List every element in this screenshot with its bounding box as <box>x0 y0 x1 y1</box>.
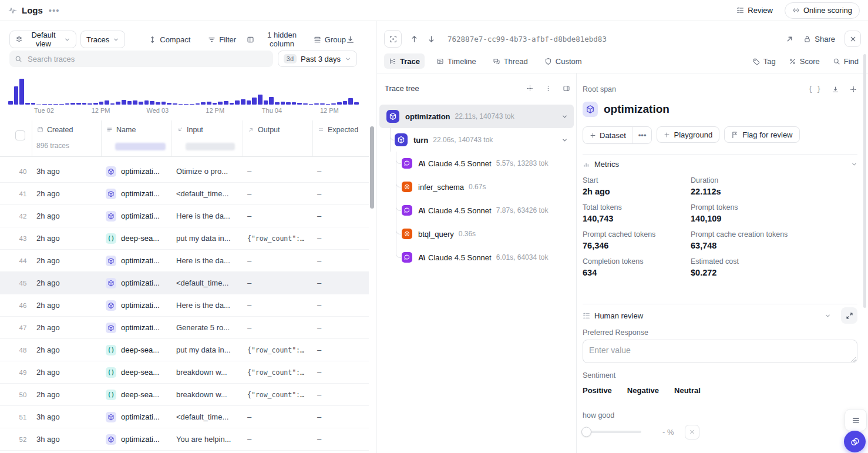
column-header-created[interactable]: Created <box>32 120 101 156</box>
filter-button[interactable]: Filter <box>208 35 236 44</box>
histogram-bar[interactable] <box>303 103 308 105</box>
table-row[interactable]: 472h agooptimizati...Generate 5 ro...–– <box>0 317 369 339</box>
histogram-bar[interactable] <box>348 98 353 105</box>
histogram-bar[interactable] <box>133 100 137 105</box>
traces-selector[interactable]: Traces <box>80 31 125 48</box>
preferred-response-input[interactable] <box>583 340 857 363</box>
histogram-bar[interactable] <box>88 103 92 105</box>
histogram-bar[interactable] <box>8 101 13 105</box>
select-all-checkbox[interactable] <box>15 130 25 140</box>
add-to-dataset-button[interactable]: Dataset <box>583 127 633 143</box>
slider-thumb[interactable] <box>581 427 591 437</box>
histogram-bar[interactable] <box>201 102 206 105</box>
review-button[interactable]: Review <box>733 5 776 15</box>
view-json-icon[interactable]: { } <box>808 85 821 93</box>
compact-toggle[interactable]: Compact <box>149 35 190 44</box>
histogram-bar[interactable] <box>314 103 319 105</box>
expand-review-button[interactable] <box>841 307 857 324</box>
share-button[interactable]: Share <box>803 35 835 43</box>
close-panel-button[interactable] <box>845 31 861 47</box>
sentiment-neutral-button[interactable]: Neutral <box>674 386 701 395</box>
histogram-bar[interactable] <box>93 103 98 105</box>
download-icon[interactable] <box>832 86 839 93</box>
histogram-bar[interactable] <box>70 103 75 105</box>
histogram-bar[interactable] <box>167 103 171 105</box>
trace-tree-node[interactable]: A\Claude 4.5 Sonnet6.01s, 64034 tok <box>377 246 576 269</box>
histogram-bar[interactable] <box>110 103 115 105</box>
histogram-bar[interactable] <box>337 102 342 105</box>
tab-thread[interactable]: Thread <box>488 53 533 69</box>
histogram-bar[interactable] <box>25 103 30 105</box>
histogram-bar[interactable] <box>122 100 126 105</box>
open-in-new-icon[interactable] <box>785 35 794 43</box>
histogram-bar[interactable] <box>275 102 280 105</box>
histogram-bar[interactable] <box>343 101 348 105</box>
histogram-bar[interactable] <box>184 104 189 105</box>
feedback-menu-button[interactable] <box>845 409 867 431</box>
histogram-bar[interactable] <box>14 86 19 105</box>
metrics-section-header[interactable]: Metrics <box>583 160 857 169</box>
view-selector[interactable]: Default view <box>9 31 76 48</box>
histogram-bar[interactable] <box>196 103 200 105</box>
dataset-more-button[interactable]: ••• <box>633 127 652 143</box>
histogram-bar[interactable] <box>31 103 36 105</box>
table-row[interactable]: 492h ago()deep-sea...breakdown w...{"row… <box>0 361 369 384</box>
sentiment-positive-button[interactable]: Positive <box>583 386 612 395</box>
search-input[interactable] <box>26 54 268 64</box>
histogram-bar[interactable] <box>224 101 228 105</box>
trace-tree-node[interactable]: A\Claude 4.5 Sonnet7.87s, 63426 tok <box>377 199 576 222</box>
previous-trace-button[interactable] <box>410 35 419 43</box>
column-header-output[interactable]: Output <box>243 120 312 156</box>
histogram-bar[interactable] <box>156 102 160 105</box>
assistant-fab[interactable] <box>844 431 866 452</box>
histogram-bar[interactable] <box>213 103 217 105</box>
histogram-bar[interactable] <box>218 102 223 105</box>
tab-timeline[interactable]: Timeline <box>432 53 481 69</box>
find-button[interactable]: Find <box>833 57 859 66</box>
export-button[interactable] <box>346 35 355 44</box>
histogram-bar[interactable] <box>42 104 47 105</box>
histogram-bar[interactable] <box>235 100 240 105</box>
online-scoring-button[interactable]: Online scoring <box>785 2 860 19</box>
table-row[interactable]: 462h agooptimizati...Here is the da...–– <box>0 294 369 317</box>
histogram-bar[interactable] <box>150 101 154 105</box>
table-row[interactable]: 432h ago()deep-sea...put my data in...{"… <box>0 227 369 250</box>
table-row[interactable]: 482h ago()deep-sea...put my data in...{"… <box>0 339 369 361</box>
histogram-bar[interactable] <box>269 97 274 105</box>
histogram-bar[interactable] <box>82 103 87 105</box>
histogram-bar[interactable] <box>258 95 263 105</box>
how-good-slider[interactable] <box>583 431 641 433</box>
table-row[interactable]: 513h agooptimizati...<default_time...–– <box>0 406 369 428</box>
column-header-name[interactable]: Name <box>101 120 171 156</box>
histogram-bar[interactable] <box>264 100 268 105</box>
histogram-bar[interactable] <box>354 102 359 105</box>
group-button[interactable]: Group <box>314 35 346 44</box>
histogram-bar[interactable] <box>326 104 331 105</box>
histogram-bar[interactable] <box>144 100 149 105</box>
column-header-input[interactable]: Input <box>171 120 243 156</box>
histogram-bar[interactable] <box>292 102 297 105</box>
trace-tree-node[interactable]: turn22.06s, 140743 tok <box>377 128 576 152</box>
page-menu-button[interactable]: ••• <box>49 5 60 15</box>
move-icon[interactable] <box>850 86 857 93</box>
chevron-down-icon[interactable] <box>561 137 568 143</box>
add-to-playground-button[interactable]: Playground <box>657 126 719 143</box>
histogram-bar[interactable] <box>252 98 257 105</box>
table-scrollbar[interactable] <box>370 126 374 209</box>
sentiment-negative-button[interactable]: Negative <box>627 386 659 395</box>
more-vertical-icon[interactable] <box>544 85 552 92</box>
date-range-selector[interactable]: 3d Past 3 days <box>278 51 357 67</box>
histogram-bar[interactable] <box>207 102 211 105</box>
human-review-section-header[interactable]: Human review <box>583 307 857 324</box>
table-row[interactable]: 452h agooptimizati...<default_time...–– <box>0 272 369 294</box>
trace-tree-node[interactable]: btql_query0.36s <box>377 222 576 246</box>
hidden-columns-button[interactable]: 1 hidden column <box>247 31 306 48</box>
detail-scrollbar[interactable] <box>863 54 866 308</box>
histogram-bar[interactable] <box>59 104 64 105</box>
move-icon[interactable] <box>526 85 534 92</box>
next-trace-button[interactable] <box>427 35 436 43</box>
histogram-bar[interactable] <box>19 79 24 105</box>
table-row[interactable]: 403h agooptimizati...Otimize o pro...–– <box>0 160 369 183</box>
histogram-bar[interactable] <box>127 101 132 105</box>
table-row[interactable]: 442h agooptimizati...Here is the da...–– <box>0 250 369 272</box>
